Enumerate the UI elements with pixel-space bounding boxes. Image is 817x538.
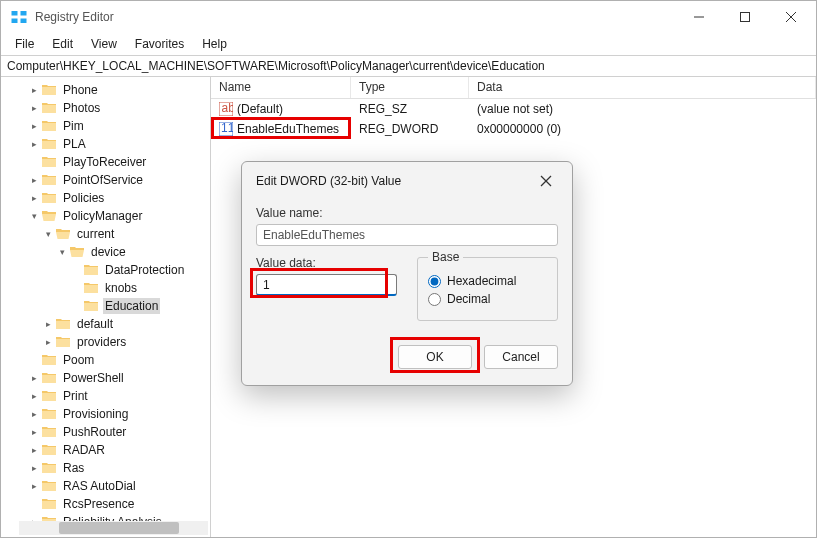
svg-rect-2 [12, 19, 18, 24]
tree-scrollbar-thumb[interactable] [59, 522, 179, 534]
tree-label: device [89, 244, 128, 260]
folder-icon [41, 118, 57, 134]
address-path: Computer\HKEY_LOCAL_MACHINE\SOFTWARE\Mic… [7, 59, 545, 73]
close-icon [540, 175, 552, 187]
tree-node-photos[interactable]: ▸Photos [3, 99, 211, 117]
tree-label: DataProtection [103, 262, 186, 278]
tree-label: Provisioning [61, 406, 130, 422]
annotation-highlight-input [250, 268, 388, 298]
dialog-titlebar[interactable]: Edit DWORD (32-bit) Value [242, 162, 572, 200]
tree-label: RADAR [61, 442, 107, 458]
expand-arrow-icon[interactable]: ▾ [41, 227, 55, 241]
tree-node-policymanager[interactable]: ▾PolicyManager [3, 207, 211, 225]
folder-icon [41, 406, 57, 422]
menu-help[interactable]: Help [194, 35, 235, 53]
folder-icon [41, 208, 57, 224]
expand-arrow-icon[interactable]: ▸ [27, 83, 41, 97]
expand-arrow-icon[interactable]: ▸ [41, 335, 55, 349]
expand-arrow-icon[interactable] [27, 155, 41, 169]
folder-icon [55, 316, 71, 332]
expand-arrow-icon[interactable]: ▸ [27, 407, 41, 421]
expand-arrow-icon[interactable] [27, 353, 41, 367]
tree-node-policies[interactable]: ▸Policies [3, 189, 211, 207]
list-row[interactable]: ab(Default)REG_SZ(value not set) [211, 99, 816, 119]
cancel-button[interactable]: Cancel [484, 345, 558, 369]
tree-node-print[interactable]: ▸Print [3, 387, 211, 405]
tree-label: default [75, 316, 115, 332]
menu-view[interactable]: View [83, 35, 125, 53]
expand-arrow-icon[interactable]: ▸ [27, 137, 41, 151]
tree-label: Policies [61, 190, 106, 206]
expand-arrow-icon[interactable] [69, 299, 83, 313]
menu-favorites[interactable]: Favorites [127, 35, 192, 53]
expand-arrow-icon[interactable]: ▸ [27, 389, 41, 403]
hex-radio[interactable] [428, 275, 441, 288]
col-type[interactable]: Type [351, 77, 469, 98]
tree-node-current[interactable]: ▾current [3, 225, 211, 243]
value-type: REG_SZ [351, 102, 469, 116]
expand-arrow-icon[interactable]: ▸ [27, 101, 41, 115]
folder-icon [83, 298, 99, 314]
expand-arrow-icon[interactable]: ▾ [55, 245, 69, 259]
folder-icon [41, 370, 57, 386]
tree-label: providers [75, 334, 128, 350]
close-button[interactable] [768, 1, 814, 33]
menu-file[interactable]: File [7, 35, 42, 53]
tree-node-providers[interactable]: ▸providers [3, 333, 211, 351]
expand-arrow-icon[interactable]: ▸ [27, 173, 41, 187]
base-fieldset: Base Hexadecimal Decimal [417, 250, 558, 321]
tree-node-poom[interactable]: Poom [3, 351, 211, 369]
tree-node-pushrouter[interactable]: ▸PushRouter [3, 423, 211, 441]
tree-node-pla[interactable]: ▸PLA [3, 135, 211, 153]
list-header[interactable]: Name Type Data [211, 77, 816, 99]
dec-radio[interactable] [428, 293, 441, 306]
tree-label: PLA [61, 136, 88, 152]
base-legend: Base [428, 250, 463, 264]
expand-arrow-icon[interactable]: ▸ [27, 371, 41, 385]
expand-arrow-icon[interactable]: ▸ [27, 443, 41, 457]
folder-icon [55, 334, 71, 350]
tree-label: Print [61, 388, 90, 404]
tree-node-provisioning[interactable]: ▸Provisioning [3, 405, 211, 423]
expand-arrow-icon[interactable]: ▾ [27, 209, 41, 223]
expand-arrow-icon[interactable]: ▸ [27, 191, 41, 205]
expand-arrow-icon[interactable]: ▸ [27, 479, 41, 493]
tree-node-playtoreceiver[interactable]: PlayToReceiver [3, 153, 211, 171]
tree-node-radar[interactable]: ▸RADAR [3, 441, 211, 459]
tree-label: Phone [61, 82, 100, 98]
svg-rect-3 [21, 19, 27, 24]
tree-label: knobs [103, 280, 139, 296]
tree-node-phone[interactable]: ▸Phone [3, 81, 211, 99]
string-icon: ab [219, 102, 233, 116]
maximize-button[interactable] [722, 1, 768, 33]
tree-node-pim[interactable]: ▸Pim [3, 117, 211, 135]
tree-node-dataprotection[interactable]: DataProtection [3, 261, 211, 279]
value-name: (Default) [237, 102, 283, 116]
tree-node-powershell[interactable]: ▸PowerShell [3, 369, 211, 387]
tree-node-knobs[interactable]: knobs [3, 279, 211, 297]
dialog-close-button[interactable] [534, 169, 558, 193]
expand-arrow-icon[interactable]: ▸ [27, 119, 41, 133]
tree-node-ras-autodial[interactable]: ▸RAS AutoDial [3, 477, 211, 495]
expand-arrow-icon[interactable]: ▸ [41, 317, 55, 331]
tree-scrollbar[interactable] [19, 521, 208, 535]
tree-pane[interactable]: ▸Phone▸Photos▸Pim▸PLAPlayToReceiver▸Poin… [1, 77, 211, 537]
tree-node-default[interactable]: ▸default [3, 315, 211, 333]
dec-label: Decimal [447, 292, 490, 306]
tree-node-ras[interactable]: ▸Ras [3, 459, 211, 477]
minimize-button[interactable] [676, 1, 722, 33]
tree-node-education[interactable]: Education [3, 297, 211, 315]
tree-node-rcspresence[interactable]: RcsPresence [3, 495, 211, 513]
expand-arrow-icon[interactable]: ▸ [27, 425, 41, 439]
menu-edit[interactable]: Edit [44, 35, 81, 53]
expand-arrow-icon[interactable]: ▸ [27, 461, 41, 475]
folder-icon [83, 262, 99, 278]
tree-node-pointofservice[interactable]: ▸PointOfService [3, 171, 211, 189]
expand-arrow-icon[interactable] [27, 497, 41, 511]
expand-arrow-icon[interactable] [69, 281, 83, 295]
expand-arrow-icon[interactable] [69, 263, 83, 277]
address-bar[interactable]: Computer\HKEY_LOCAL_MACHINE\SOFTWARE\Mic… [1, 55, 816, 77]
tree-node-device[interactable]: ▾device [3, 243, 211, 261]
col-data[interactable]: Data [469, 77, 816, 98]
col-name[interactable]: Name [211, 77, 351, 98]
